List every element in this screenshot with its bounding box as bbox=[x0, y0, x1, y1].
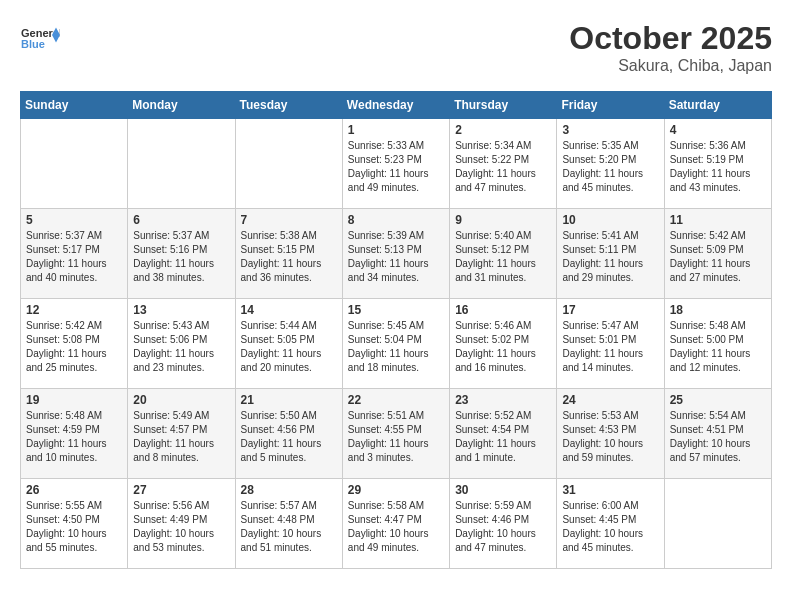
day-info: Sunrise: 5:53 AMSunset: 4:53 PMDaylight:… bbox=[562, 409, 658, 465]
day-info: Sunrise: 5:38 AMSunset: 5:15 PMDaylight:… bbox=[241, 229, 337, 285]
calendar-cell: 6Sunrise: 5:37 AMSunset: 5:16 PMDaylight… bbox=[128, 209, 235, 299]
day-info: Sunrise: 5:46 AMSunset: 5:02 PMDaylight:… bbox=[455, 319, 551, 375]
day-info: Sunrise: 5:45 AMSunset: 5:04 PMDaylight:… bbox=[348, 319, 444, 375]
calendar-cell bbox=[235, 119, 342, 209]
calendar-cell: 17Sunrise: 5:47 AMSunset: 5:01 PMDayligh… bbox=[557, 299, 664, 389]
calendar-cell bbox=[21, 119, 128, 209]
page-subtitle: Sakura, Chiba, Japan bbox=[569, 57, 772, 75]
day-number: 3 bbox=[562, 123, 658, 137]
day-info: Sunrise: 5:48 AMSunset: 4:59 PMDaylight:… bbox=[26, 409, 122, 465]
day-info: Sunrise: 5:58 AMSunset: 4:47 PMDaylight:… bbox=[348, 499, 444, 555]
weekday-header: Sunday bbox=[21, 92, 128, 119]
day-info: Sunrise: 5:33 AMSunset: 5:23 PMDaylight:… bbox=[348, 139, 444, 195]
weekday-header-row: SundayMondayTuesdayWednesdayThursdayFrid… bbox=[21, 92, 772, 119]
calendar-cell: 13Sunrise: 5:43 AMSunset: 5:06 PMDayligh… bbox=[128, 299, 235, 389]
day-number: 21 bbox=[241, 393, 337, 407]
page-header: General Blue October 2025 Sakura, Chiba,… bbox=[20, 20, 772, 75]
day-info: Sunrise: 5:36 AMSunset: 5:19 PMDaylight:… bbox=[670, 139, 766, 195]
day-number: 6 bbox=[133, 213, 229, 227]
svg-text:Blue: Blue bbox=[21, 38, 45, 50]
day-info: Sunrise: 5:41 AMSunset: 5:11 PMDaylight:… bbox=[562, 229, 658, 285]
logo: General Blue bbox=[20, 20, 60, 60]
calendar-table: SundayMondayTuesdayWednesdayThursdayFrid… bbox=[20, 91, 772, 569]
day-number: 11 bbox=[670, 213, 766, 227]
weekday-header: Thursday bbox=[450, 92, 557, 119]
day-number: 26 bbox=[26, 483, 122, 497]
day-number: 13 bbox=[133, 303, 229, 317]
day-number: 2 bbox=[455, 123, 551, 137]
day-info: Sunrise: 5:34 AMSunset: 5:22 PMDaylight:… bbox=[455, 139, 551, 195]
day-info: Sunrise: 5:49 AMSunset: 4:57 PMDaylight:… bbox=[133, 409, 229, 465]
day-number: 25 bbox=[670, 393, 766, 407]
day-info: Sunrise: 5:35 AMSunset: 5:20 PMDaylight:… bbox=[562, 139, 658, 195]
day-number: 23 bbox=[455, 393, 551, 407]
calendar-cell bbox=[664, 479, 771, 569]
weekday-header: Saturday bbox=[664, 92, 771, 119]
day-info: Sunrise: 5:44 AMSunset: 5:05 PMDaylight:… bbox=[241, 319, 337, 375]
day-info: Sunrise: 5:43 AMSunset: 5:06 PMDaylight:… bbox=[133, 319, 229, 375]
weekday-header: Wednesday bbox=[342, 92, 449, 119]
day-info: Sunrise: 5:57 AMSunset: 4:48 PMDaylight:… bbox=[241, 499, 337, 555]
day-number: 7 bbox=[241, 213, 337, 227]
calendar-cell bbox=[128, 119, 235, 209]
calendar-cell: 10Sunrise: 5:41 AMSunset: 5:11 PMDayligh… bbox=[557, 209, 664, 299]
calendar-cell: 2Sunrise: 5:34 AMSunset: 5:22 PMDaylight… bbox=[450, 119, 557, 209]
day-number: 27 bbox=[133, 483, 229, 497]
calendar-cell: 21Sunrise: 5:50 AMSunset: 4:56 PMDayligh… bbox=[235, 389, 342, 479]
title-block: October 2025 Sakura, Chiba, Japan bbox=[569, 20, 772, 75]
day-number: 18 bbox=[670, 303, 766, 317]
calendar-cell: 1Sunrise: 5:33 AMSunset: 5:23 PMDaylight… bbox=[342, 119, 449, 209]
calendar-cell: 19Sunrise: 5:48 AMSunset: 4:59 PMDayligh… bbox=[21, 389, 128, 479]
calendar-cell: 27Sunrise: 5:56 AMSunset: 4:49 PMDayligh… bbox=[128, 479, 235, 569]
calendar-week-row: 26Sunrise: 5:55 AMSunset: 4:50 PMDayligh… bbox=[21, 479, 772, 569]
day-info: Sunrise: 5:56 AMSunset: 4:49 PMDaylight:… bbox=[133, 499, 229, 555]
calendar-week-row: 12Sunrise: 5:42 AMSunset: 5:08 PMDayligh… bbox=[21, 299, 772, 389]
calendar-cell: 26Sunrise: 5:55 AMSunset: 4:50 PMDayligh… bbox=[21, 479, 128, 569]
day-info: Sunrise: 5:37 AMSunset: 5:16 PMDaylight:… bbox=[133, 229, 229, 285]
day-info: Sunrise: 5:40 AMSunset: 5:12 PMDaylight:… bbox=[455, 229, 551, 285]
calendar-cell: 8Sunrise: 5:39 AMSunset: 5:13 PMDaylight… bbox=[342, 209, 449, 299]
day-number: 17 bbox=[562, 303, 658, 317]
day-number: 30 bbox=[455, 483, 551, 497]
day-number: 16 bbox=[455, 303, 551, 317]
day-info: Sunrise: 5:47 AMSunset: 5:01 PMDaylight:… bbox=[562, 319, 658, 375]
day-number: 15 bbox=[348, 303, 444, 317]
calendar-cell: 16Sunrise: 5:46 AMSunset: 5:02 PMDayligh… bbox=[450, 299, 557, 389]
calendar-cell: 14Sunrise: 5:44 AMSunset: 5:05 PMDayligh… bbox=[235, 299, 342, 389]
day-info: Sunrise: 5:39 AMSunset: 5:13 PMDaylight:… bbox=[348, 229, 444, 285]
day-number: 31 bbox=[562, 483, 658, 497]
calendar-week-row: 1Sunrise: 5:33 AMSunset: 5:23 PMDaylight… bbox=[21, 119, 772, 209]
day-number: 14 bbox=[241, 303, 337, 317]
logo-icon: General Blue bbox=[20, 20, 60, 60]
day-info: Sunrise: 5:50 AMSunset: 4:56 PMDaylight:… bbox=[241, 409, 337, 465]
calendar-cell: 24Sunrise: 5:53 AMSunset: 4:53 PMDayligh… bbox=[557, 389, 664, 479]
day-number: 22 bbox=[348, 393, 444, 407]
day-number: 10 bbox=[562, 213, 658, 227]
calendar-cell: 29Sunrise: 5:58 AMSunset: 4:47 PMDayligh… bbox=[342, 479, 449, 569]
day-info: Sunrise: 5:52 AMSunset: 4:54 PMDaylight:… bbox=[455, 409, 551, 465]
calendar-cell: 15Sunrise: 5:45 AMSunset: 5:04 PMDayligh… bbox=[342, 299, 449, 389]
day-number: 4 bbox=[670, 123, 766, 137]
day-number: 20 bbox=[133, 393, 229, 407]
day-number: 12 bbox=[26, 303, 122, 317]
day-number: 1 bbox=[348, 123, 444, 137]
day-number: 28 bbox=[241, 483, 337, 497]
weekday-header: Tuesday bbox=[235, 92, 342, 119]
day-number: 24 bbox=[562, 393, 658, 407]
calendar-cell: 25Sunrise: 5:54 AMSunset: 4:51 PMDayligh… bbox=[664, 389, 771, 479]
day-number: 29 bbox=[348, 483, 444, 497]
day-number: 19 bbox=[26, 393, 122, 407]
calendar-cell: 4Sunrise: 5:36 AMSunset: 5:19 PMDaylight… bbox=[664, 119, 771, 209]
calendar-cell: 7Sunrise: 5:38 AMSunset: 5:15 PMDaylight… bbox=[235, 209, 342, 299]
day-info: Sunrise: 5:54 AMSunset: 4:51 PMDaylight:… bbox=[670, 409, 766, 465]
page-title: October 2025 bbox=[569, 20, 772, 57]
calendar-cell: 20Sunrise: 5:49 AMSunset: 4:57 PMDayligh… bbox=[128, 389, 235, 479]
calendar-cell: 18Sunrise: 5:48 AMSunset: 5:00 PMDayligh… bbox=[664, 299, 771, 389]
day-info: Sunrise: 5:37 AMSunset: 5:17 PMDaylight:… bbox=[26, 229, 122, 285]
day-number: 8 bbox=[348, 213, 444, 227]
day-info: Sunrise: 5:55 AMSunset: 4:50 PMDaylight:… bbox=[26, 499, 122, 555]
calendar-cell: 11Sunrise: 5:42 AMSunset: 5:09 PMDayligh… bbox=[664, 209, 771, 299]
day-info: Sunrise: 5:48 AMSunset: 5:00 PMDaylight:… bbox=[670, 319, 766, 375]
calendar-cell: 12Sunrise: 5:42 AMSunset: 5:08 PMDayligh… bbox=[21, 299, 128, 389]
calendar-week-row: 19Sunrise: 5:48 AMSunset: 4:59 PMDayligh… bbox=[21, 389, 772, 479]
